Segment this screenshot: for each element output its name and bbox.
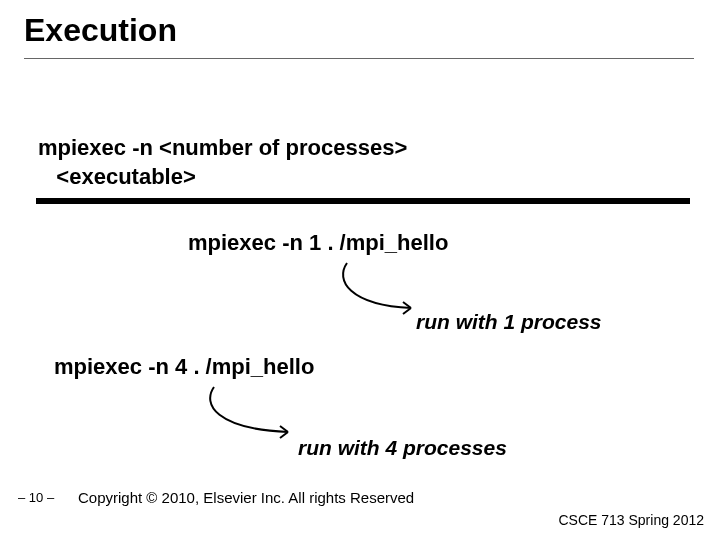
example-command-1: mpiexec -n 1 . /mpi_hello <box>188 230 448 256</box>
copyright-text: Copyright © 2010, Elsevier Inc. All righ… <box>78 489 414 506</box>
syntax-line-1: mpiexec -n <number of processes> <box>38 135 407 160</box>
example-command-2: mpiexec -n 4 . /mpi_hello <box>54 354 314 380</box>
course-label: CSCE 713 Spring 2012 <box>558 512 704 528</box>
example-caption-2: run with 4 processes <box>298 436 507 460</box>
example-caption-1: run with 1 process <box>416 310 602 334</box>
curved-arrow-icon <box>202 384 302 444</box>
divider-rule <box>36 198 690 204</box>
curved-arrow-icon <box>335 260 425 320</box>
command-syntax: mpiexec -n <number of processes> <execut… <box>38 134 407 191</box>
title-rule <box>24 58 694 59</box>
page-number: – 10 – <box>18 490 54 505</box>
slide-title: Execution <box>24 12 177 49</box>
syntax-line-2: <executable> <box>56 164 195 189</box>
